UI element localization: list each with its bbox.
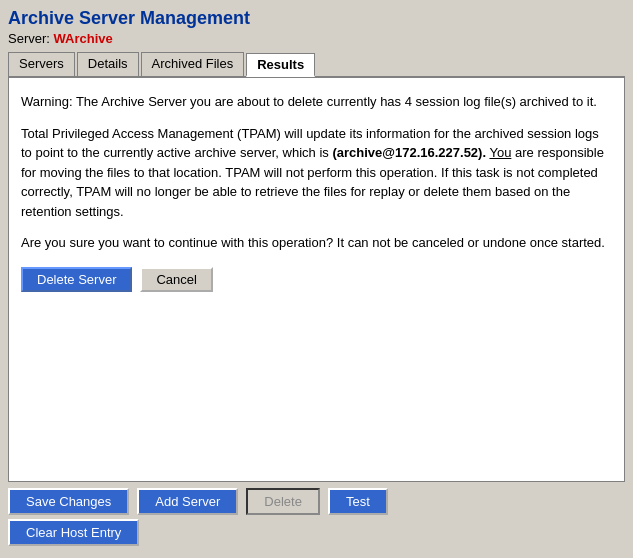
page-title: Archive Server Management <box>8 8 625 29</box>
warning-text-1: Warning: The Archive Server you are abou… <box>21 92 612 112</box>
server-label: Server: <box>8 31 50 46</box>
server-line: Server: WArchive <box>8 31 625 46</box>
footer-bar: Save Changes Add Server Delete Test Clea… <box>8 482 625 550</box>
content-panel: Warning: The Archive Server you are abou… <box>8 78 625 482</box>
delete-button[interactable]: Delete <box>246 488 320 515</box>
tab-servers[interactable]: Servers <box>8 52 75 76</box>
clear-host-entry-button[interactable]: Clear Host Entry <box>8 519 139 546</box>
footer-row-2: Clear Host Entry <box>8 519 625 546</box>
warning-text-2: Total Privileged Access Management (TPAM… <box>21 124 612 222</box>
server-name: WArchive <box>54 31 113 46</box>
page-container: Archive Server Management Server: WArchi… <box>0 0 633 558</box>
warning-you: You <box>489 145 511 160</box>
test-button[interactable]: Test <box>328 488 388 515</box>
tabs-bar: Servers Details Archived Files Results <box>8 52 625 78</box>
warning-bold: (archive@172.16.227.52). <box>332 145 486 160</box>
tab-results[interactable]: Results <box>246 53 315 77</box>
tab-archived-files[interactable]: Archived Files <box>141 52 245 76</box>
tab-details[interactable]: Details <box>77 52 139 76</box>
cancel-button[interactable]: Cancel <box>140 267 212 292</box>
footer-row-1: Save Changes Add Server Delete Test <box>8 488 625 515</box>
delete-server-button[interactable]: Delete Server <box>21 267 132 292</box>
save-changes-button[interactable]: Save Changes <box>8 488 129 515</box>
add-server-button[interactable]: Add Server <box>137 488 238 515</box>
action-buttons: Delete Server Cancel <box>21 267 612 292</box>
confirm-text: Are you sure you want to continue with t… <box>21 233 612 253</box>
